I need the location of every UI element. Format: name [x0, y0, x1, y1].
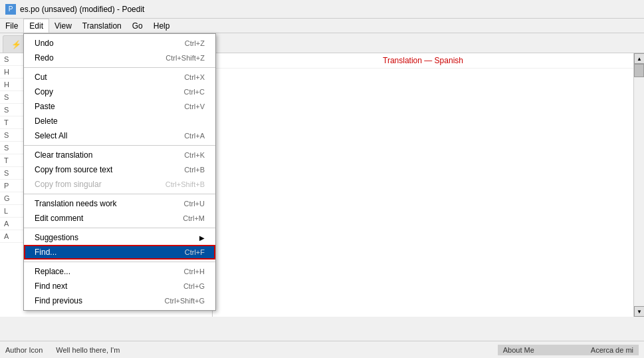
menu-shortcut-copyfromsource: Ctrl+B	[184, 166, 205, 174]
menu-shortcut-editcomment: Ctrl+M	[183, 214, 205, 222]
menu-item-findnext[interactable]: Find nextCtrl+G	[24, 279, 215, 293]
menu-shortcut-findprevious: Ctrl+Shift+G	[164, 297, 205, 305]
menu-separator	[24, 194, 215, 194]
menu-label-copy: Copy	[35, 87, 53, 96]
menu-shortcut-cleartranslation: Ctrl+K	[184, 151, 205, 159]
menu-shortcut-copyfromsingular: Ctrl+Shift+B	[165, 180, 205, 188]
menu-label-cleartranslation: Clear translation	[35, 150, 92, 160]
edit-dropdown-menu: UndoCtrl+ZRedoCtrl+Shift+ZCutCtrl+XCopyC…	[23, 33, 216, 311]
menu-shortcut-redo: Ctrl+Shift+Z	[165, 54, 205, 62]
menu-separator	[24, 145, 215, 146]
menu-item-selectall[interactable]: Select AllCtrl+A	[24, 128, 215, 143]
menu-item-copyfromsingular: Copy from singularCtrl+Shift+B	[24, 177, 215, 192]
dropdown-items-container: UndoCtrl+ZRedoCtrl+Shift+ZCutCtrl+XCopyC…	[24, 36, 215, 308]
menu-shortcut-paste: Ctrl+V	[184, 102, 205, 110]
menu-edit[interactable]: Edit	[23, 19, 49, 33]
menu-label-find: Find...	[35, 248, 56, 257]
menu-shortcut-replace: Ctrl+H	[184, 268, 205, 275]
menu-shortcut-translationneeds: Ctrl+U	[184, 200, 205, 208]
menu-item-copyfromsource[interactable]: Copy from source textCtrl+B	[24, 162, 215, 177]
menu-label-findprevious: Find previous	[35, 296, 82, 305]
menu-item-replace[interactable]: Replace...Ctrl+H	[24, 264, 215, 279]
menu-label-cut: Cut	[35, 73, 47, 82]
menu-label-paste: Paste	[35, 102, 55, 111]
menu-label-copyfromsingular: Copy from singular	[35, 180, 102, 189]
menu-label-undo: Undo	[35, 39, 54, 48]
menu-separator	[24, 262, 215, 262]
menu-item-editcomment[interactable]: Edit commentCtrl+M	[24, 211, 215, 226]
menu-label-redo: Redo	[35, 53, 54, 63]
menu-item-undo[interactable]: UndoCtrl+Z	[24, 36, 215, 51]
menu-label-editcomment: Edit comment	[35, 214, 83, 223]
menu-item-translationneeds[interactable]: Translation needs workCtrl+U	[24, 196, 215, 211]
dropdown-overlay: UndoCtrl+ZRedoCtrl+Shift+ZCutCtrl+XCopyC…	[0, 0, 644, 358]
menu-item-delete[interactable]: Delete	[24, 114, 215, 128]
menu-separator	[24, 67, 215, 68]
menu-item-findprevious[interactable]: Find previousCtrl+Shift+G	[24, 293, 215, 308]
menu-separator	[24, 228, 215, 228]
menu-item-copy[interactable]: CopyCtrl+C	[24, 85, 215, 99]
menu-item-cut[interactable]: CutCtrl+X	[24, 70, 215, 85]
menu-shortcut-selectall: Ctrl+A	[184, 132, 205, 140]
menu-label-replace: Replace...	[35, 267, 70, 276]
menu-label-copyfromsource: Copy from source text	[35, 165, 112, 174]
menu-label-suggestions: Suggestions	[35, 233, 78, 242]
submenu-arrow-icon: ▶	[199, 234, 205, 242]
menu-shortcut-copy: Ctrl+C	[184, 88, 205, 96]
menu-shortcut-find: Ctrl+F	[185, 248, 205, 256]
menu-shortcut-findnext: Ctrl+G	[183, 282, 205, 290]
menu-label-selectall: Select All	[35, 131, 67, 140]
menu-item-cleartranslation[interactable]: Clear translationCtrl+K	[24, 148, 215, 162]
menu-item-paste[interactable]: PasteCtrl+V	[24, 99, 215, 114]
menu-item-suggestions[interactable]: Suggestions▶	[24, 230, 215, 245]
menu-shortcut-cut: Ctrl+X	[184, 73, 205, 81]
menu-label-translationneeds: Translation needs work	[35, 199, 117, 208]
menu-item-redo[interactable]: RedoCtrl+Shift+Z	[24, 51, 215, 65]
menu-item-find[interactable]: Find...Ctrl+F	[24, 245, 215, 260]
menu-label-findnext: Find next	[35, 281, 67, 291]
menu-label-delete: Delete	[35, 116, 58, 126]
menu-shortcut-undo: Ctrl+Z	[185, 39, 205, 47]
